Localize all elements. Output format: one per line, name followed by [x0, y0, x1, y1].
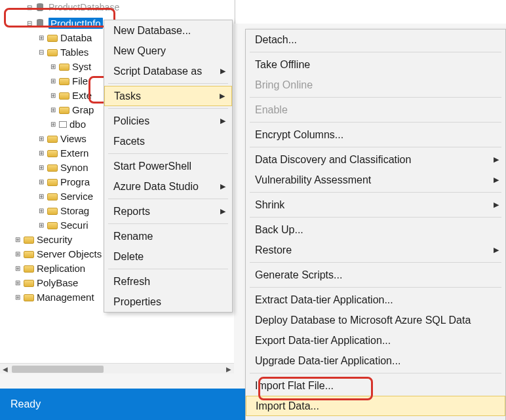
menu-item[interactable]: Tasks▶	[104, 86, 232, 106]
menu-item[interactable]: Azure Data Studio▶	[104, 176, 232, 197]
menu-item[interactable]: Export Data-tier Application...	[246, 330, 505, 351]
sql-editor[interactable]: ,[Product Sub-Category] [Product Name]	[235, 0, 506, 24]
expand-icon[interactable]: ⊞	[13, 249, 22, 258]
folder-icon	[59, 92, 69, 100]
menu-item-label: Properties	[113, 296, 161, 308]
menu-item-label: Vulnerability Assessment	[255, 174, 371, 186]
horizontal-scrollbar[interactable]: ◀ ▶	[0, 363, 234, 373]
folder-icon	[24, 280, 34, 287]
expand-icon[interactable]: ⊞	[13, 235, 22, 244]
expand-icon[interactable]: ⊟	[25, 18, 34, 28]
context-menu-tasks: Detach...Take OfflineBring OnlineEnableE…	[245, 29, 506, 420]
tree-label: Security	[37, 234, 72, 245]
expand-icon[interactable]: ⊟	[37, 47, 46, 56]
expand-icon[interactable]: ⊞	[37, 162, 46, 172]
menu-item[interactable]: Restore▶	[246, 240, 505, 260]
tree-label: Extern	[60, 147, 88, 159]
menu-item[interactable]: Extract Data-tier Application...	[246, 290, 505, 310]
expand-icon[interactable]: ⊞	[49, 119, 58, 128]
tree-node-parent[interactable]: ⊟ ProductDatabase	[0, 0, 234, 14]
expand-icon[interactable]: ⊞	[37, 206, 46, 215]
expand-icon[interactable]: ⊞	[37, 134, 46, 143]
expand-icon[interactable]: ⊞	[13, 278, 22, 287]
tree-label: Syst	[72, 61, 91, 72]
expand-icon[interactable]: ⊞	[49, 105, 58, 114]
menu-item[interactable]: Refresh	[104, 271, 232, 292]
menu-item-label: Restore	[255, 244, 292, 256]
folder-icon	[47, 136, 58, 143]
menu-item[interactable]: New Query	[104, 41, 232, 61]
menu-item[interactable]: Import Data...	[246, 396, 505, 416]
expand-icon[interactable]: ⊞	[37, 191, 46, 200]
menu-item[interactable]: Data Discovery and Classification▶	[246, 149, 505, 170]
submenu-arrow-icon: ▶	[220, 182, 225, 191]
tree-label: Views	[60, 133, 87, 144]
expand-icon[interactable]: ⊟	[25, 3, 34, 12]
expand-icon[interactable]: ⊞	[49, 76, 58, 85]
menu-item-label: Azure Data Studio	[113, 181, 199, 193]
menu-item[interactable]: New Database...	[104, 20, 232, 41]
menu-item-label: Enable	[255, 104, 288, 116]
expand-icon[interactable]: ⊞	[37, 220, 46, 229]
menu-item[interactable]: Start PowerShell	[104, 156, 232, 176]
expand-icon[interactable]: ⊞	[49, 90, 58, 100]
menu-item-label: Import Flat File...	[255, 380, 334, 392]
menu-item[interactable]: Vulnerability Assessment▶	[246, 170, 505, 190]
menu-separator	[108, 108, 228, 109]
menu-item[interactable]: Upgrade Data-tier Application...	[246, 351, 505, 371]
menu-item[interactable]: Rename	[104, 226, 232, 246]
expand-icon[interactable]: ⊞	[13, 292, 22, 301]
menu-item[interactable]: Bring Online	[246, 75, 505, 95]
submenu-arrow-icon: ▶	[220, 207, 225, 216]
menu-item[interactable]: Script Database as▶	[104, 61, 232, 81]
menu-item[interactable]: Facets	[104, 131, 232, 151]
tree-label: Grap	[72, 104, 94, 115]
menu-separator	[250, 262, 501, 263]
menu-item[interactable]: Encrypt Columns...	[246, 124, 505, 145]
folder-icon	[24, 294, 34, 301]
menu-item[interactable]: Shrink▶	[246, 195, 505, 215]
folder-icon	[24, 265, 34, 273]
menu-item[interactable]: Detach...	[246, 29, 505, 50]
scroll-right-icon[interactable]: ▶	[226, 366, 231, 373]
tree-label: Databa	[60, 32, 92, 43]
menu-separator	[108, 83, 228, 84]
expand-icon[interactable]: ⊞	[13, 263, 22, 273]
menu-item[interactable]: Reports▶	[104, 201, 232, 221]
context-menu-database: New Database...New QueryScript Database …	[104, 20, 233, 313]
menu-item[interactable]: Deploy Database to Microsoft Azure SQL D…	[246, 310, 505, 330]
menu-item[interactable]: Delete	[104, 246, 232, 267]
menu-item-label: Take Offline	[255, 59, 310, 71]
tree-label: Management	[37, 292, 94, 303]
menu-item-label: Data Discovery and Classification	[255, 154, 411, 166]
menu-item[interactable]: Export Data...	[246, 416, 505, 420]
expand-icon[interactable]: ⊞	[37, 33, 46, 42]
expand-icon[interactable]: ⊞	[37, 148, 46, 157]
menu-separator	[250, 97, 501, 98]
scroll-left-icon[interactable]: ◀	[3, 366, 8, 373]
menu-item-label: Deploy Database to Microsoft Azure SQL D…	[255, 315, 471, 326]
menu-item[interactable]: Generate Scripts...	[246, 265, 505, 285]
status-text: Ready	[10, 398, 41, 410]
folder-icon	[47, 150, 58, 157]
expand-icon[interactable]: ⊞	[49, 62, 58, 71]
menu-item[interactable]: Enable	[246, 100, 505, 120]
menu-item[interactable]: Policies▶	[104, 111, 232, 131]
menu-item-label: Delete	[113, 251, 144, 263]
folder-icon	[47, 179, 58, 186]
expand-icon[interactable]: ⊞	[37, 177, 46, 186]
folder-icon	[59, 64, 69, 71]
submenu-arrow-icon: ▶	[494, 155, 499, 164]
menu-item[interactable]: Import Flat File...	[246, 375, 505, 396]
menu-separator	[108, 153, 228, 154]
menu-item-label: Import Data...	[256, 400, 319, 412]
menu-item[interactable]: Properties	[104, 292, 232, 312]
scroll-thumb[interactable]	[12, 366, 104, 373]
tree-label-selected: ProductInfo	[49, 18, 103, 29]
folder-icon	[24, 251, 34, 258]
tree-label: File	[72, 75, 88, 86]
menu-item[interactable]: Take Offline	[246, 54, 505, 75]
menu-separator	[250, 122, 501, 123]
tree-label: Replication	[37, 263, 85, 274]
menu-item[interactable]: Back Up...	[246, 220, 505, 240]
